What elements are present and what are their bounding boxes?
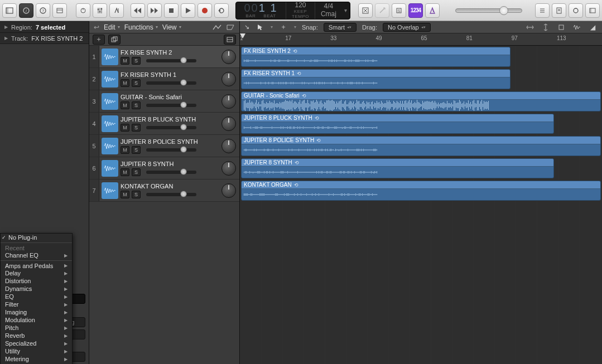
- timeline-ruler[interactable]: 1173349658197113129: [240, 33, 602, 46]
- track-pan-knob[interactable]: [221, 94, 236, 109]
- view-menu[interactable]: View▾: [162, 23, 181, 31]
- plugin-menu-item[interactable]: Pitch▶: [1, 324, 72, 332]
- track-pan-knob[interactable]: [221, 183, 236, 198]
- track-volume-slider[interactable]: [146, 193, 196, 196]
- forward-button[interactable]: [147, 3, 162, 18]
- pencil-tool-icon[interactable]: ＋: [278, 23, 288, 32]
- mute-button[interactable]: M: [121, 146, 129, 154]
- smart-controls-icon[interactable]: [76, 3, 90, 18]
- quickhelp-icon[interactable]: ?: [36, 3, 50, 18]
- replace-icon[interactable]: [358, 3, 373, 18]
- track-instrument-icon[interactable]: [102, 115, 118, 132]
- region-info-row[interactable]: ▶ Region: 7 selected: [0, 21, 89, 32]
- region[interactable]: GUITAR - Sonic Safari⟲: [241, 91, 601, 111]
- region[interactable]: KONTAKT ORGAN⟲: [241, 181, 601, 201]
- metronome-icon[interactable]: [425, 3, 440, 18]
- solo-button[interactable]: S: [132, 191, 141, 198]
- track-pan-knob[interactable]: [221, 161, 236, 176]
- solo-button[interactable]: S: [132, 168, 141, 176]
- plugin-menu-item[interactable]: Amps and Pedals▶: [1, 260, 72, 269]
- disclosure-triangle-icon[interactable]: ▶: [4, 25, 8, 30]
- inspector-icon[interactable]: i: [19, 3, 33, 18]
- track-header[interactable]: 7KONTAKT ORGANMS: [89, 179, 239, 202]
- drag-select[interactable]: No Overlap◂▾: [383, 23, 431, 32]
- pointer-tool-icon[interactable]: [255, 23, 265, 32]
- snap-select[interactable]: Smart◂▾: [324, 23, 357, 32]
- notepad-icon[interactable]: [552, 3, 566, 18]
- zoom-horiz-icon[interactable]: [525, 23, 535, 32]
- track-header[interactable]: 4JUPITER 8 PLUCK SYNTHMS: [89, 113, 239, 135]
- track-instrument-icon[interactable]: [102, 182, 118, 199]
- duplicate-track-button[interactable]: [108, 35, 121, 45]
- mixer-icon[interactable]: [93, 3, 107, 18]
- mute-button[interactable]: M: [121, 124, 129, 132]
- track-volume-slider[interactable]: [146, 81, 196, 85]
- region-area[interactable]: FX RISE SYNTH 2⟲FX RISER SYNTH 1⟲GUITAR …: [240, 46, 602, 364]
- solo-button[interactable]: S: [132, 146, 141, 154]
- plugin-menu-item[interactable]: Specialized▶: [1, 339, 72, 347]
- plugin-menu-item[interactable]: Utility▶: [1, 347, 72, 355]
- solo-button[interactable]: S: [132, 57, 141, 65]
- track-header[interactable]: 2FX RISER SYNTH 1MS: [89, 68, 239, 90]
- mute-button[interactable]: M: [121, 79, 129, 87]
- plugin-menu-item[interactable]: Imaging▶: [1, 308, 72, 316]
- plugin-menu-item[interactable]: Reverb▶: [1, 332, 72, 339]
- track-volume-slider[interactable]: [146, 104, 196, 107]
- track-volume-slider[interactable]: [146, 59, 196, 62]
- list-editors-icon[interactable]: [535, 3, 550, 18]
- plugin-menu-item[interactable]: Distortion▶: [1, 277, 72, 285]
- track-instrument-icon[interactable]: [102, 48, 118, 65]
- library-icon[interactable]: [2, 3, 17, 18]
- plugin-menu-item[interactable]: Dynamics▶: [1, 285, 72, 293]
- lcd-key[interactable]: Cmaj: [321, 11, 336, 18]
- catch-playhead-icon[interactable]: ↘: [244, 23, 249, 31]
- zoom-fit-icon[interactable]: [556, 23, 566, 32]
- record-button[interactable]: [198, 3, 212, 18]
- flex-icon[interactable]: [226, 24, 235, 31]
- media-browser-icon[interactable]: [585, 3, 600, 18]
- track-instrument-icon[interactable]: [102, 71, 118, 88]
- back-icon[interactable]: ↩: [94, 23, 99, 31]
- lcd-tempo[interactable]: 120: [295, 2, 306, 9]
- add-track-button[interactable]: ＋: [93, 35, 105, 45]
- mute-button[interactable]: M: [121, 191, 129, 198]
- region[interactable]: JUPITER 8 SYNTH⟲: [241, 158, 554, 178]
- edit-menu[interactable]: Edit▾: [104, 23, 120, 31]
- region[interactable]: FX RISE SYNTH 2⟲: [241, 47, 511, 67]
- track-pan-knob[interactable]: [221, 50, 236, 64]
- play-button[interactable]: [181, 3, 195, 18]
- track-header[interactable]: 6JUPITER 8 SYNTHMS: [89, 157, 239, 179]
- region[interactable]: JUPITER 8 PLUCK SYNTH⟲: [241, 114, 554, 134]
- stop-button[interactable]: [164, 3, 179, 18]
- solo-button[interactable]: S: [132, 124, 141, 132]
- autopunch-icon[interactable]: [375, 3, 389, 18]
- waveform-zoom-icon[interactable]: [572, 23, 582, 32]
- track-instrument-icon[interactable]: [102, 160, 118, 177]
- cycle-button[interactable]: [214, 3, 229, 18]
- lcd-dropdown-icon[interactable]: ▾: [342, 2, 350, 19]
- track-instrument-icon[interactable]: [102, 93, 118, 110]
- editors-icon[interactable]: [109, 3, 124, 18]
- track-volume-slider[interactable]: [146, 148, 196, 152]
- solo-icon[interactable]: S: [392, 3, 406, 18]
- plugin-menu-item[interactable]: Channel EQ▶: [1, 251, 72, 259]
- master-volume-slider[interactable]: [455, 8, 522, 13]
- track-header[interactable]: 1FX RISE SYNTH 2MS: [89, 46, 239, 68]
- region[interactable]: FX RISER SYNTH 1⟲: [241, 69, 511, 89]
- plugin-menu-item-none[interactable]: ✓No Plug-in: [1, 234, 72, 241]
- loop-browser-icon[interactable]: [569, 3, 583, 18]
- track-info-row[interactable]: ▶ Track: FX RISE SYNTH 2: [0, 32, 89, 43]
- track-volume-slider[interactable]: [146, 126, 196, 129]
- region[interactable]: JUPITER 8 POLICE SYNTH⟲: [241, 136, 601, 156]
- track-pan-knob[interactable]: [221, 117, 236, 131]
- plugin-menu-item[interactable]: Metering▶: [1, 355, 72, 363]
- mute-button[interactable]: M: [121, 101, 129, 109]
- rewind-button[interactable]: [131, 3, 145, 18]
- track-pan-knob[interactable]: [221, 139, 236, 153]
- plugin-menu-item[interactable]: Delay▶: [1, 269, 72, 277]
- count-in-badge[interactable]: 1234: [408, 3, 423, 18]
- solo-button[interactable]: S: [132, 101, 141, 109]
- plugin-menu-item[interactable]: Filter▶: [1, 300, 72, 308]
- global-tracks-button[interactable]: [224, 35, 236, 45]
- lcd-timesig[interactable]: 4/4: [324, 3, 334, 10]
